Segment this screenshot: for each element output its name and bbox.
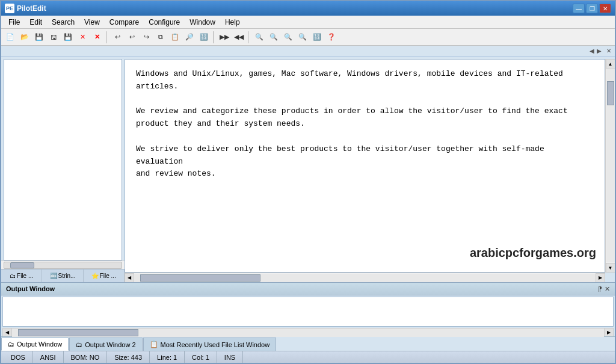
toolbar-find[interactable]: 🔎 — [183, 31, 196, 44]
app-icon: PE — [5, 4, 14, 13]
menu-search[interactable]: Search — [47, 17, 79, 28]
panel-arrows: ◀ ▶ ✕ — [1, 46, 615, 57]
mru-tab-icon: 📋 — [150, 341, 158, 348]
toolbar-sep2 — [213, 31, 215, 43]
status-ins: INS — [217, 351, 243, 363]
status-bar: DOS ANSI BOM: NO Size: 443 Line: 1 Col: … — [1, 351, 615, 363]
menu-help[interactable]: Help — [220, 17, 245, 28]
output-header: Output Window ⁋ ✕ — [1, 282, 615, 295]
left-panel-tabs: 🗂 File ... 🔤 Strin... ⭐ File ... — [1, 269, 125, 282]
output-controls: ⁋ ✕ — [598, 285, 610, 293]
string-tab-icon: 🔤 — [50, 273, 57, 279]
toolbar-close-all[interactable]: ✕ — [90, 31, 103, 44]
panel-close[interactable]: ✕ — [605, 48, 612, 54]
h-scroll-thumb — [140, 274, 260, 282]
toolbar-sep3 — [248, 31, 250, 43]
panel-arrow-right[interactable]: ▶ — [596, 48, 603, 54]
toolbar-close-file[interactable]: ✕ — [76, 31, 89, 44]
output-body[interactable] — [2, 297, 614, 327]
tab-file-label2: File ... — [100, 273, 116, 279]
tab-mru-list[interactable]: 📋 Most Recently Used File List Window — [143, 338, 277, 351]
status-line: Line: 1 — [150, 351, 185, 363]
tab-output-window2[interactable]: 🗂 Output Window 2 — [69, 338, 142, 351]
menu-configure[interactable]: Configure — [144, 17, 185, 28]
v-scroll-up[interactable]: ▲ — [606, 59, 615, 69]
tab-mru-label: Most Recently Used File List Window — [161, 341, 270, 348]
editor-text[interactable]: Windows and Unix/Linux, games, Mac softw… — [125, 60, 605, 189]
menu-window[interactable]: Window — [185, 17, 220, 28]
watermark: arabicpcforgames.org — [470, 246, 596, 260]
toolbar-undo2[interactable]: ↩ — [125, 31, 138, 44]
toolbar-paste[interactable]: 📋 — [168, 31, 182, 44]
toolbar-save-all[interactable]: 🖫 — [47, 31, 60, 44]
toolbar-line-num[interactable]: 🔢 — [197, 31, 211, 44]
tab-output-window[interactable]: 🗂 Output Window — [1, 338, 69, 351]
toolbar-ff[interactable]: ▶▶ — [218, 31, 231, 44]
file-tab-icon: 🗂 — [10, 273, 16, 279]
tab-output-label: Output Window — [17, 341, 62, 348]
menu-bar: File Edit Search View Compare Configure … — [1, 16, 615, 29]
window-title: PilotEdit — [17, 4, 46, 13]
tab-file-label: File ... — [17, 273, 33, 279]
menu-edit[interactable]: Edit — [25, 17, 47, 28]
tab-file-list[interactable]: 🗂 File ... — [1, 270, 42, 282]
main-area: 🗂 File ... 🔤 Strin... ⭐ File ... Windows… — [1, 57, 615, 282]
editor-scrollbar-h[interactable]: ◀ ▶ — [125, 273, 605, 282]
output-tab-icon: 🗂 — [8, 341, 14, 348]
editor-area: Windows and Unix/Linux, games, Mac softw… — [125, 57, 615, 282]
title-bar-left: PE PilotEdit — [5, 4, 46, 13]
toolbar-redo[interactable]: ↪ — [140, 31, 153, 44]
output-close[interactable]: ✕ — [605, 285, 610, 293]
editor-content-wrap: Windows and Unix/Linux, games, Mac softw… — [125, 57, 615, 273]
menu-compare[interactable]: Compare — [105, 17, 144, 28]
toolbar-num[interactable]: 🔢 — [310, 31, 324, 44]
output-title: Output Window — [6, 285, 55, 292]
toolbar-search4[interactable]: 🔍 — [296, 31, 309, 44]
menu-view[interactable]: View — [79, 17, 105, 28]
tab-file-list2[interactable]: ⭐ File ... — [84, 270, 125, 282]
status-col: Col: 1 — [185, 351, 217, 363]
output-section: Output Window ⁋ ✕ ◀ ▶ — [1, 282, 615, 336]
h-scroll-right[interactable]: ▶ — [596, 273, 605, 283]
toolbar: 📄 📂 💾 🖫 💾 ✕ ✕ ↩ ↩ ↪ ⧉ 📋 🔎 🔢 ▶▶ ◀◀ 🔍 🔍 🔍 … — [1, 29, 615, 46]
output-h-scroll-track[interactable] — [12, 329, 604, 337]
panel-arrow-left[interactable]: ◀ — [588, 48, 596, 54]
h-scroll-left[interactable]: ◀ — [125, 273, 134, 283]
toolbar-rw[interactable]: ◀◀ — [232, 31, 245, 44]
toolbar-search2[interactable]: 🔍 — [267, 31, 280, 44]
tab-output2-label: Output Window 2 — [85, 341, 135, 348]
editor-main[interactable]: Windows and Unix/Linux, games, Mac softw… — [125, 59, 605, 273]
output-tab2-icon: 🗂 — [76, 341, 82, 348]
title-bar: PE PilotEdit — ❐ ✕ — [1, 1, 615, 16]
output-pin[interactable]: ⁋ — [598, 285, 602, 293]
toolbar-new[interactable]: 📄 — [4, 31, 17, 44]
toolbar-search1[interactable]: 🔍 — [253, 31, 266, 44]
v-scroll-track[interactable] — [606, 69, 615, 262]
close-button[interactable]: ✕ — [599, 4, 611, 13]
output-scrollbar-h[interactable]: ◀ ▶ — [2, 328, 614, 336]
minimize-button[interactable]: — — [573, 4, 585, 13]
toolbar-search3[interactable]: 🔍 — [282, 31, 295, 44]
left-scrollbar-h[interactable] — [1, 261, 125, 269]
v-scroll-down[interactable]: ▼ — [606, 263, 615, 273]
v-scroll-thumb — [607, 81, 614, 105]
editor-scrollbar-v[interactable]: ▲ ▼ — [605, 59, 615, 273]
toolbar-save[interactable]: 💾 — [32, 31, 46, 44]
toolbar-open[interactable]: 📂 — [18, 31, 31, 44]
star-tab-icon: ⭐ — [91, 273, 99, 279]
toolbar-save2[interactable]: 💾 — [61, 31, 75, 44]
restore-button[interactable]: ❐ — [586, 4, 598, 13]
window-controls: — ❐ ✕ — [573, 4, 611, 13]
h-scroll-track[interactable] — [134, 274, 596, 282]
toolbar-undo[interactable]: ↩ — [111, 31, 124, 44]
toolbar-sep1 — [106, 31, 108, 43]
bottom-tabs: 🗂 Output Window 🗂 Output Window 2 📋 Most… — [1, 336, 615, 351]
toolbar-copy[interactable]: ⧉ — [154, 31, 167, 44]
tab-string[interactable]: 🔤 Strin... — [42, 270, 83, 282]
left-panel: 🗂 File ... 🔤 Strin... ⭐ File ... — [1, 57, 125, 282]
tab-string-label: Strin... — [58, 273, 76, 279]
left-panel-content[interactable] — [4, 59, 122, 261]
menu-file[interactable]: File — [4, 17, 25, 28]
status-size: Size: 443 — [107, 351, 150, 363]
toolbar-help[interactable]: ❓ — [325, 31, 338, 44]
